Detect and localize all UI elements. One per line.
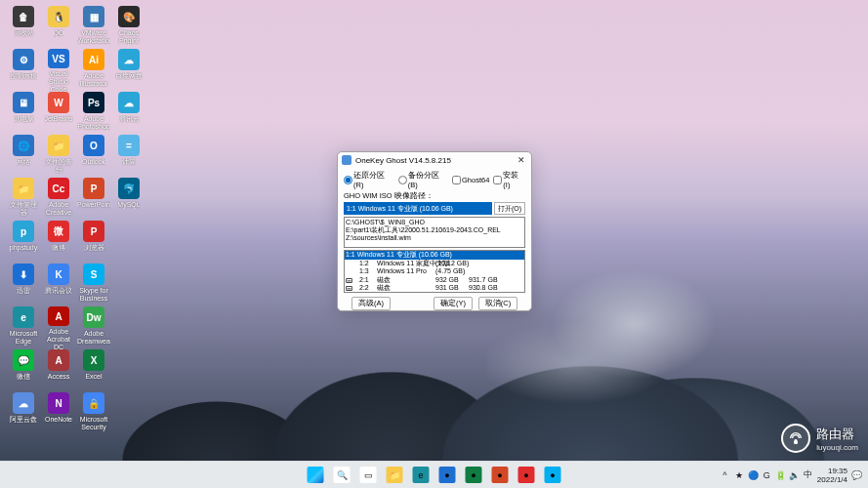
desktop-icon-20[interactable]: ▦VMware Workstation	[76, 6, 111, 49]
desktop-icon-6[interactable]: ⬇迅雷	[6, 264, 41, 306]
watermark-brand: 路由器	[816, 427, 854, 441]
notification-icon[interactable]: 💬	[851, 469, 862, 480]
taskbar-explorer-icon[interactable]: 📁	[383, 464, 406, 487]
desktop-icon-8[interactable]: 💬微信	[6, 349, 41, 392]
desktop-icon-1[interactable]: ⚙控制面板	[6, 49, 41, 92]
app-icon: W	[48, 92, 69, 113]
partition-highlight[interactable]: 1:1 Windows 11 专业版 (10.06 GB)	[345, 251, 524, 260]
partition-list[interactable]: 1:1 Windows 11 专业版 (10.06 GB)1:2Windows …	[344, 250, 525, 293]
app-icon: p	[13, 221, 34, 242]
taskbar-app-c-icon[interactable]: ●	[488, 464, 512, 487]
desktop-icon-32[interactable]: ☁腾讯云	[111, 92, 146, 135]
icon-label: Outlook	[82, 158, 105, 166]
option-input[interactable]	[452, 176, 461, 184]
icon-label: Visual Studio Code	[42, 70, 75, 92]
taskbar-taskview-icon[interactable]: ▭	[356, 464, 380, 487]
app-icon: 🗑	[13, 6, 34, 27]
option-2[interactable]: Ghost64	[452, 176, 489, 184]
desktop-icon-31[interactable]: ☁百度网盘	[111, 49, 146, 92]
app-icon: N	[48, 392, 69, 414]
taskbar-edge-icon[interactable]: e	[409, 464, 433, 487]
tray-icon-1[interactable]: 🔵	[748, 469, 759, 480]
open-button[interactable]: 打开(O)	[494, 202, 525, 215]
desktop-wallpaper: 🗑回收站⚙控制面板🖥此电脑🌐网络📁文件管理器pphpstudy⬇迅雷eMicro…	[0, 0, 868, 488]
desktop-icon-33[interactable]: =计算	[111, 135, 146, 178]
option-1[interactable]: 备份分区(B)	[398, 171, 448, 189]
tray-icon-2[interactable]: G	[762, 469, 772, 480]
app-icon: 🔒	[83, 392, 104, 414]
taskbar-app-d-icon[interactable]: ●	[515, 464, 538, 487]
router-icon	[781, 424, 810, 453]
icon-label: 微信	[17, 373, 30, 381]
desktop-icon-7[interactable]: eMicrosoft Edge	[6, 306, 41, 349]
dialog-titlebar[interactable]: OneKey Ghost V14.5.8.215 ✕	[338, 152, 531, 168]
file-item[interactable]: C:\GHOST\$_WIN8_GHO	[346, 219, 523, 226]
app-icon: ☁	[118, 49, 140, 70]
partition-row[interactable]: 1:3Windows 11 Pro(4.75 GB)	[345, 267, 524, 276]
desktop-icon-30[interactable]: 🎨Chaos Pngint	[111, 6, 146, 49]
desktop-icon-27[interactable]: DwAdobe Dreamweaver	[76, 306, 111, 349]
icon-label: QQ	[54, 29, 64, 37]
tray-chevron-icon[interactable]: ^	[720, 469, 730, 480]
desktop-icon-17[interactable]: AAdobe Acrobat DC	[41, 306, 76, 349]
desktop-icon-19[interactable]: NOneNote	[41, 392, 76, 435]
desktop-icon-11[interactable]: VSVisual Studio Code	[41, 49, 76, 92]
desktop-icon-25[interactable]: P浏览器	[76, 221, 111, 264]
tray-icon-3[interactable]: 🔋	[775, 469, 786, 480]
option-input[interactable]	[344, 176, 352, 184]
desktop-icon-15[interactable]: 微微博	[41, 221, 76, 264]
desktop-icon-29[interactable]: 🔒Microsoft Security	[76, 392, 111, 435]
desktop-icon-10[interactable]: 🐧QQ	[41, 6, 76, 49]
partition-row[interactable]: 1:2Windows 11 家庭中文版(10.12 GB)	[345, 260, 524, 268]
tray-icon-0[interactable]: ★	[734, 469, 745, 480]
taskbar-app-a-icon[interactable]: ●	[435, 464, 459, 487]
desktop-icon-0[interactable]: 🗑回收站	[6, 6, 41, 49]
file-item[interactable]: E:\part1\装机工具\22000.51.210619-2043.CO_RE…	[346, 226, 523, 234]
desktop-icon-4[interactable]: 📁文件管理器	[6, 178, 41, 221]
desktop-icon-14[interactable]: CcAdobe Creative	[41, 178, 76, 221]
desktop-icon-9[interactable]: ☁阿里云盘	[6, 392, 41, 435]
tray-icon-4[interactable]: 🔈	[789, 469, 800, 480]
desktop-icon-24[interactable]: PPowerPoint	[76, 178, 111, 221]
taskbar-app-e-icon[interactable]: ●	[541, 464, 564, 487]
tray-icon-5[interactable]: 中	[803, 469, 813, 480]
desktop-icon-28[interactable]: XExcel	[76, 349, 111, 392]
app-icon: ⬇	[13, 264, 34, 285]
desktop-icon-12[interactable]: WJetBrains	[41, 92, 76, 135]
partition-row[interactable]: 🖴2:2磁盘931 GB930.8 GB	[345, 284, 524, 293]
desktop-icon-21[interactable]: AiAdobe Illustrator	[76, 49, 111, 92]
dialog-icon	[342, 155, 351, 165]
desktop-icon-26[interactable]: SSkype for Business	[76, 264, 111, 306]
taskbar-clock[interactable]: 19:35 2022/1/4	[817, 467, 847, 484]
image-combo[interactable]: 1:1 Windows 11 专业版 (10.06 GB)	[344, 202, 492, 215]
advanced-button[interactable]: 高级(A)	[351, 297, 391, 310]
ok-button[interactable]: 确定(Y)	[434, 297, 473, 310]
app-icon: ☁	[13, 392, 34, 414]
icon-label: 文件的备份	[42, 158, 75, 174]
desktop-icon-5[interactable]: pphpstudy	[6, 221, 41, 264]
app-icon: e	[13, 306, 34, 328]
desktop-icon-2[interactable]: 🖥此电脑	[6, 92, 41, 135]
option-0[interactable]: 还原分区(R)	[344, 171, 394, 189]
partition-row[interactable]: 🖴2:1磁盘932 GB931.7 GB	[345, 276, 524, 285]
taskbar-start-icon[interactable]	[304, 464, 327, 487]
image-file-list[interactable]: C:\GHOST\$_WIN8_GHOE:\part1\装机工具\22000.5…	[344, 217, 525, 248]
desktop-icon-18[interactable]: AAccess	[41, 349, 76, 392]
desktop-icon-16[interactable]: K腾讯会议	[41, 264, 76, 306]
clock-date: 2022/1/4	[817, 475, 847, 484]
desktop-icon-22[interactable]: PsAdobe Photoshop	[76, 92, 111, 135]
option-input[interactable]	[493, 176, 502, 184]
taskbar-app-b-icon[interactable]: ●	[462, 464, 485, 487]
cancel-button[interactable]: 取消(C)	[478, 297, 517, 310]
icon-label: 此电脑	[14, 115, 34, 123]
file-item[interactable]: Z:\sources\install.wim	[346, 234, 523, 242]
desktop-icon-23[interactable]: OOutlook	[76, 135, 111, 178]
icon-label: 百度网盘	[115, 72, 143, 80]
option-input[interactable]	[398, 176, 407, 184]
desktop-icon-13[interactable]: 📁文件的备份	[41, 135, 76, 178]
option-3[interactable]: 安装(I)	[493, 171, 525, 189]
taskbar-search-icon[interactable]: 🔍	[330, 464, 353, 487]
desktop-icon-3[interactable]: 🌐网络	[6, 135, 41, 178]
close-icon[interactable]: ✕	[516, 154, 527, 166]
desktop-icon-34[interactable]: 🐬MySQL	[111, 178, 146, 221]
